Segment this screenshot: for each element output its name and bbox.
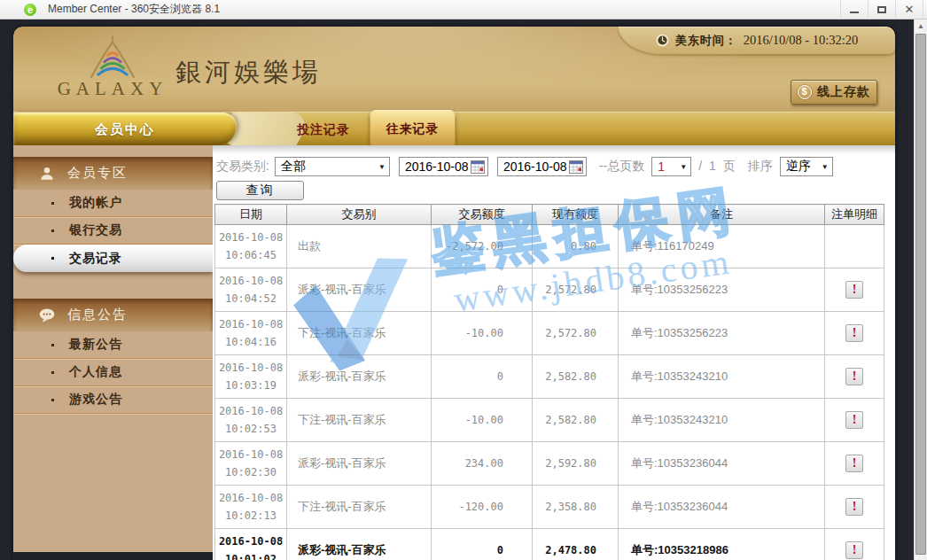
transaction-balance-cell: 2,582.80	[533, 355, 619, 399]
transaction-date-cell: 2016-10-0810:01:02	[215, 529, 287, 560]
table-row: 2016-10-0810:06:45出款-2,572.000.80单号:1161…	[215, 225, 884, 268]
transaction-balance-cell: 2,358.80	[533, 486, 619, 529]
time-label: 美东时间：	[675, 33, 737, 49]
minimize-button[interactable]	[841, 0, 869, 19]
transaction-time: 10:04:16	[215, 333, 286, 351]
transaction-time: 10:06:45	[215, 246, 286, 264]
online-deposit-button[interactable]: $ 线上存款	[791, 80, 877, 105]
transaction-remark-cell: 单号:10353218986	[619, 529, 825, 560]
calendar-icon[interactable]	[471, 160, 485, 174]
table-header-row: 日期交易别交易额度现有额度备注注单明细	[215, 205, 884, 225]
transaction-amount-cell: -10.00	[432, 312, 533, 355]
member-center-page: 美东时间： 2016/10/08 - 10:32:20 GALAXY 銀河娛樂場…	[13, 27, 895, 560]
transaction-date-cell: 2016-10-0810:02:30	[215, 442, 287, 486]
sidebar-item-latest-announcements[interactable]: 最新公告	[13, 331, 213, 359]
sidebar-item-label: 个人信息	[69, 364, 122, 380]
date-to-input[interactable]: 2016-10-08	[497, 157, 587, 176]
site-header: 美东时间： 2016/10/08 - 10:32:20 GALAXY 銀河娛樂場…	[13, 27, 895, 112]
alert-exclamation-icon[interactable]: !	[845, 368, 863, 385]
transaction-balance-cell: 0.80	[533, 225, 619, 268]
transaction-amount-cell: -120.00	[432, 486, 533, 529]
pages-count-text: / 1 页	[698, 159, 736, 175]
transaction-detail-cell: !	[825, 268, 884, 312]
transaction-remark-cell: 单号:10353243210	[619, 355, 825, 399]
transaction-date: 2016-10-08	[215, 272, 286, 290]
member-center-banner: 会员中心	[13, 113, 237, 146]
sidebar-item-game-announcements[interactable]: 游戏公告	[13, 386, 213, 414]
transaction-remark-cell: 单号:10353256223	[619, 312, 825, 355]
sort-select-value: 逆序	[786, 159, 811, 175]
calendar-icon[interactable]	[569, 160, 583, 174]
transaction-detail-cell: !	[825, 312, 884, 355]
search-button[interactable]: 查询	[216, 181, 304, 200]
scroll-up-arrow[interactable]: ▲	[915, 19, 927, 33]
scrollbar-thumb[interactable]	[915, 34, 926, 555]
sidebar-item-bank-transactions[interactable]: 银行交易	[13, 217, 213, 245]
sidebar-item-label: 最新公告	[69, 337, 122, 353]
table-row: 2016-10-0810:04:16下注-视讯-百家乐-10.002,572.8…	[215, 312, 884, 355]
maximize-button[interactable]	[869, 0, 896, 19]
transaction-date: 2016-10-08	[215, 402, 286, 420]
sidebar-item-personal-messages[interactable]: 个人信息	[13, 359, 213, 386]
user-icon	[38, 166, 56, 182]
server-time: 美东时间： 2016/10/08 - 10:32:20	[619, 27, 895, 54]
sidebar-section-title: 信息公告	[67, 307, 128, 323]
total-pages-label: --总页数	[599, 159, 644, 175]
sidebar-section-title: 会员专区	[67, 165, 128, 182]
transaction-amount-cell: -2,572.00	[432, 225, 533, 268]
transaction-type-cell: 下注-视讯-百家乐	[287, 312, 432, 355]
date-from-input[interactable]: 2016-10-08	[399, 157, 488, 176]
table-row: 2016-10-0810:04:52派彩-视讯-百家乐02,572.80单号:1…	[215, 268, 884, 312]
chevron-down-icon: ▼	[680, 163, 687, 171]
transaction-type-cell: 下注-视讯-百家乐	[287, 486, 432, 529]
browser-viewport: 美东时间： 2016/10/08 - 10:32:20 GALAXY 銀河娛樂場…	[0, 19, 927, 560]
bullet-icon	[51, 399, 54, 401]
window-controls: ✕	[840, 0, 923, 19]
table-row: 2016-10-0810:02:53下注-视讯-百家乐-10.002,582.8…	[215, 399, 884, 442]
bullet-icon	[51, 257, 54, 260]
table-row: 2016-10-0810:01:02派彩-视讯-百家乐02,478.80单号:1…	[215, 529, 884, 560]
close-button[interactable]: ✕	[896, 0, 923, 19]
transaction-type-label: 交易类别:	[216, 159, 269, 175]
time-value: 2016/10/08 - 10:32:20	[744, 33, 859, 48]
transaction-date: 2016-10-08	[215, 315, 286, 333]
sidebar-section-header: 会员专区	[13, 157, 213, 190]
transaction-amount-cell: -10.00	[432, 399, 533, 442]
tab-transaction-history[interactable]: 往来记录	[370, 110, 456, 148]
site-title: 銀河娛樂場	[175, 55, 322, 90]
column-header: 备注	[619, 205, 825, 225]
transaction-amount-cell: 0	[432, 529, 533, 560]
alert-exclamation-icon[interactable]: !	[845, 498, 863, 516]
sidebar-item-label: 游戏公告	[69, 392, 122, 408]
window-title: Member Center - 360安全浏览器 8.1	[48, 2, 220, 17]
alert-exclamation-icon[interactable]: !	[845, 411, 863, 429]
maximize-icon	[877, 6, 886, 13]
transaction-type-cell: 派彩-视讯-百家乐	[287, 355, 432, 399]
member-center-label: 会员中心	[95, 121, 155, 138]
transaction-date: 2016-10-08	[215, 489, 286, 507]
sidebar-item-transaction-records[interactable]: 交易记录	[13, 245, 213, 272]
sidebar-section-header: 信息公告	[13, 299, 213, 331]
close-icon: ✕	[905, 4, 915, 15]
tab-betting-records[interactable]: 投注记录	[279, 113, 368, 146]
minimize-icon	[850, 12, 859, 13]
sort-select[interactable]: 逆序 ▼	[780, 157, 833, 176]
alert-exclamation-icon[interactable]: !	[845, 541, 863, 559]
sidebar-item-my-account[interactable]: 我的帐户	[13, 190, 213, 217]
transaction-date-cell: 2016-10-0810:02:53	[215, 399, 287, 442]
alert-exclamation-icon[interactable]: !	[845, 324, 863, 342]
scrollbar[interactable]: ▲	[914, 19, 927, 560]
transaction-date: 2016-10-08	[215, 446, 286, 463]
alert-exclamation-icon[interactable]: !	[845, 455, 863, 472]
alert-exclamation-icon[interactable]: !	[845, 281, 863, 299]
transaction-remark-cell: 单号:10353256223	[619, 268, 825, 312]
transaction-amount-cell: 0	[432, 355, 533, 399]
galaxy-logo: GALAXY	[42, 34, 183, 100]
galaxy-fountain-icon	[72, 34, 153, 83]
transaction-type-cell: 出款	[287, 225, 432, 268]
transaction-type-select[interactable]: 全部 ▼	[275, 157, 390, 176]
transaction-time: 10:02:13	[215, 507, 286, 525]
sidebar-section: 信息公告最新公告个人信息游戏公告	[13, 299, 213, 414]
transaction-balance-cell: 2,478.80	[533, 529, 619, 560]
page-select[interactable]: 1 ▼	[651, 157, 691, 176]
